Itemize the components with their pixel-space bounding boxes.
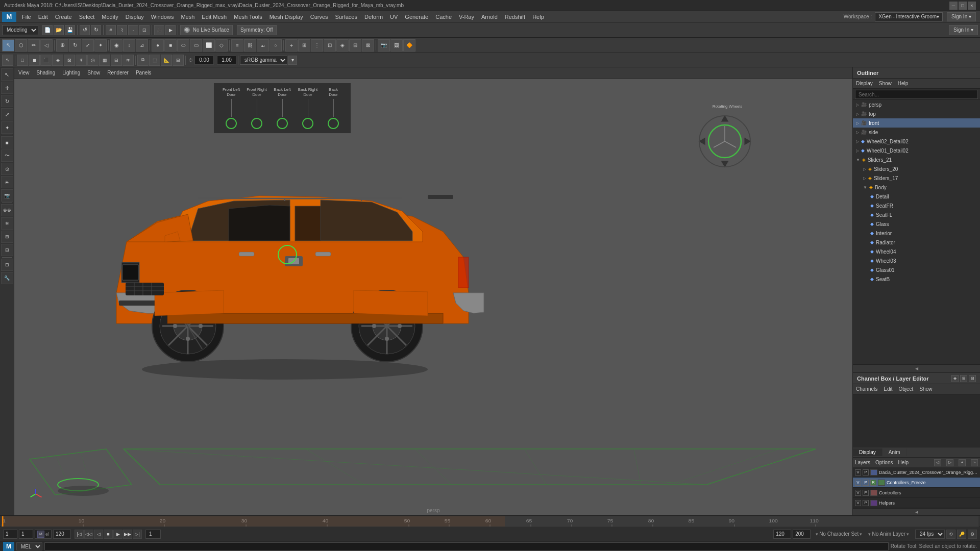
shading-quality-btn[interactable]: ◈ [52, 55, 63, 66]
anim-dropdown-icon[interactable]: ▾ [906, 532, 909, 537]
hk-select-btn[interactable]: ◁ [40, 39, 53, 52]
outliner-item-seatfr[interactable]: ◆ SeatFR [853, 201, 980, 210]
poly-sphere-btn[interactable]: ● [152, 39, 164, 52]
poly-cyl-btn[interactable]: ⬭ [177, 39, 189, 52]
outliner-help-menu[interactable]: Help [898, 81, 909, 86]
shading-uv-btn[interactable]: ⊟ [111, 55, 122, 66]
scale-tool-btn[interactable]: ⤢ [82, 39, 94, 52]
outliner-item-wheel03[interactable]: ◆ Wheel03 [853, 256, 980, 265]
sidebar-tool-btn[interactable]: 🔧 [1, 272, 13, 284]
outliner-item-seatb[interactable]: ◆ SeatB [853, 274, 980, 284]
cam-book-btn[interactable]: 📐 [161, 55, 172, 66]
rig-circle3[interactable] [277, 118, 288, 129]
end-time-input[interactable] [217, 56, 236, 65]
snap-btn3[interactable]: ⋮ [311, 39, 323, 52]
outliner-item-persp[interactable]: ▷ 🎥 persp [853, 100, 980, 109]
symmetry-btn[interactable]: Symmetry: Off [237, 25, 277, 35]
rotate-tool-btn[interactable]: ↻ [69, 39, 81, 52]
outliner-item-radiator[interactable]: ◆ Radiator [853, 238, 980, 247]
minimize-button[interactable]: ─ [949, 2, 958, 10]
snap-btn4[interactable]: ⊡ [324, 39, 336, 52]
layer-row-controllers-freeze[interactable]: V P R Controllers_Freeze [853, 478, 980, 488]
sidebar-light-btn[interactable]: ☀ [1, 176, 13, 188]
outliner-item-side[interactable]: ▷ 🎥 side [853, 128, 980, 137]
outliner-scroll-arrow[interactable]: ◀ [853, 364, 980, 372]
menu-mesh[interactable]: Mesh [177, 13, 198, 21]
start-time-input[interactable] [194, 56, 214, 65]
layer-r2[interactable]: R [870, 480, 876, 486]
channel-box-btn1[interactable]: ◈ [951, 375, 959, 382]
sidebar-poly-btn[interactable]: ■ [1, 136, 13, 148]
frame-current-field[interactable]: 1 [19, 530, 33, 539]
current-frame-display[interactable]: 1 [145, 530, 161, 539]
shader-btn[interactable]: 🔶 [403, 39, 415, 52]
render-settings-btn[interactable]: 🎥 [154, 25, 164, 35]
render-btn[interactable]: 🖼 [390, 39, 403, 52]
timeline-ruler[interactable]: 1 10 20 30 40 50 55 60 65 70 75 80 85 90… [1, 516, 979, 527]
snap-point-btn[interactable]: · [128, 25, 138, 35]
smooth-btn[interactable]: ○ [270, 39, 282, 52]
frame-start-field[interactable]: 1 [3, 530, 17, 539]
key-btn[interactable]: 🔑 [957, 530, 966, 539]
view-tb-btn1[interactable]: ↖ [2, 55, 13, 66]
menu-edit[interactable]: Edit [35, 13, 52, 21]
sign-in-button[interactable]: Sign In ▾ [947, 12, 976, 21]
xform-btn[interactable]: ↕ [123, 39, 135, 52]
tab-anim[interactable]: Anim [883, 448, 907, 456]
shading-flat-btn[interactable]: ◼ [29, 55, 40, 66]
no-live-surface-btn[interactable]: 🔘 No Live Surface [180, 25, 233, 35]
outliner-item-detail[interactable]: ◆ Detail [853, 192, 980, 201]
range-end-field[interactable]: 120 [53, 530, 71, 539]
outliner-item-sliders17[interactable]: ▷ ◈ Sliders_17 [853, 173, 980, 183]
mel-python-select[interactable]: MEL [16, 542, 42, 550]
help-menu[interactable]: Help [898, 460, 909, 465]
menu-deform[interactable]: Deform [361, 13, 386, 21]
3d-scene[interactable]: X Y Z [14, 79, 852, 515]
menu-help[interactable]: Help [529, 13, 548, 21]
edit-menu[interactable]: Edit [884, 386, 892, 392]
settings-btn[interactable]: ⚙ [968, 530, 977, 539]
sidebar-universal-btn[interactable]: ✦ [1, 121, 13, 134]
sidebar-freeze-btn[interactable]: ❄ [1, 217, 13, 230]
play-back-btn[interactable]: ◁ [94, 530, 103, 539]
layer-more-btn[interactable]: » [971, 459, 978, 466]
new-scene-btn[interactable]: 📄 [42, 25, 53, 35]
vp-show-menu[interactable]: Show [87, 70, 100, 76]
cam-res-btn[interactable]: ⧉ [137, 55, 149, 66]
menu-edit-mesh[interactable]: Edit Mesh [198, 13, 230, 21]
cam-gate-btn[interactable]: ⬚ [149, 55, 160, 66]
layer-v4[interactable]: V [855, 500, 861, 506]
maximize-button[interactable]: □ [959, 2, 967, 10]
menu-mesh-display[interactable]: Mesh Display [266, 13, 307, 21]
poly-cube-btn[interactable]: ■ [164, 39, 177, 52]
snap-btn1[interactable]: + [285, 39, 298, 52]
layer-row-dacia[interactable]: V P Dacia_Duster_2024_Crossover_Orange_R… [853, 467, 980, 478]
redo-btn[interactable]: ↻ [91, 25, 101, 35]
menu-uv[interactable]: UV [386, 13, 401, 21]
ipr-render-btn[interactable]: ▶ [165, 25, 176, 35]
layer-next-btn[interactable]: ▷ [946, 459, 953, 466]
mirror-btn[interactable]: ⧢ [257, 39, 269, 52]
outliner-item-glass01[interactable]: ◆ Glass01 [853, 265, 980, 274]
outliner-item-sliders21[interactable]: ▼ ◈ Sliders_21 [853, 155, 980, 164]
paint-select-btn[interactable]: ✏ [28, 39, 40, 52]
color-space-dropdown[interactable]: sRGB gamma [240, 56, 287, 65]
rig-circle5[interactable] [328, 118, 339, 129]
layer-p4[interactable]: P [863, 500, 869, 506]
rig-circle1[interactable] [226, 118, 237, 129]
sidebar-rotate-btn[interactable]: ↻ [1, 95, 13, 107]
close-button[interactable]: × [968, 2, 976, 10]
outliner-item-top[interactable]: ▷ 🎥 top [853, 109, 980, 118]
layer-prev-btn[interactable]: ◁ [934, 459, 941, 466]
rig-circle2[interactable] [251, 118, 262, 129]
outliner-item-seatfl[interactable]: ◆ SeatFL [853, 210, 980, 219]
object-menu[interactable]: Object [899, 386, 914, 392]
cmd-input-field[interactable] [44, 542, 889, 550]
snap-btn2[interactable]: ⊞ [298, 39, 310, 52]
open-scene-btn[interactable]: 📂 [54, 25, 64, 35]
sidebar-attr-btn[interactable]: ⊡ [1, 259, 13, 271]
char-dropdown-icon[interactable]: ▾ [860, 532, 862, 537]
sign-in-btn2[interactable]: Sign In ▾ [949, 25, 978, 35]
range-total-field[interactable]: 200 [793, 530, 811, 539]
menu-curves[interactable]: Curves [307, 13, 332, 21]
